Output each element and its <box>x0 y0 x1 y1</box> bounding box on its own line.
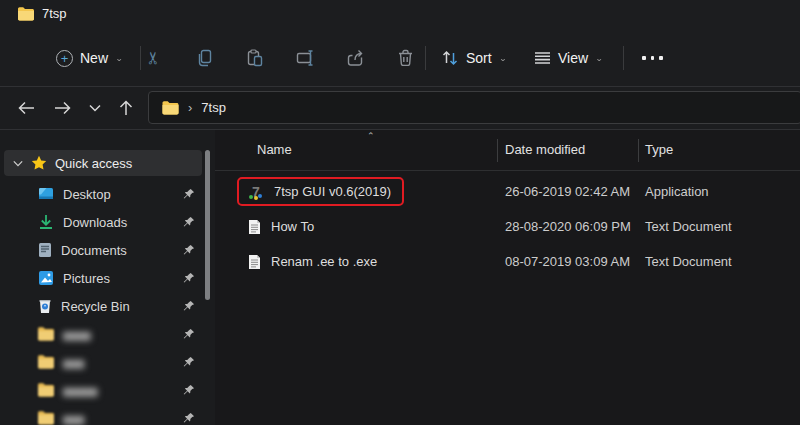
folder-icon <box>162 101 179 115</box>
text-document-icon <box>248 254 261 270</box>
see-more-button[interactable] <box>642 30 663 86</box>
new-button[interactable]: + New ⌄ <box>56 30 123 86</box>
sidebar-item-label: ▆▆▆▆ <box>63 329 90 340</box>
sidebar-item-pictures[interactable]: Pictures <box>0 264 215 292</box>
forward-icon <box>54 101 71 115</box>
cut-button[interactable]: ✂ <box>139 44 167 72</box>
view-icon <box>534 50 551 66</box>
sidebar-item-label: Pictures <box>63 271 110 286</box>
file-date-modified: 26-06-2019 02:42 AM <box>505 184 630 199</box>
sort-ascending-icon: ⌃ <box>367 131 375 141</box>
file-type: Text Document <box>645 254 732 269</box>
paste-icon <box>246 49 264 67</box>
navigation-bar: › 7tsp <box>0 87 800 129</box>
plus-icon: + <box>56 50 73 67</box>
recycle-bin-icon <box>38 298 52 314</box>
see-more-icon <box>642 56 663 60</box>
file-rows: 7 7tsp GUI v0.6(2019) 26-06-2019 02:42 A… <box>215 174 800 279</box>
column-divider[interactable] <box>638 139 639 162</box>
file-row-rename-exe[interactable]: Renam .ee to .exe 08-07-2019 03:09 AM Te… <box>215 244 800 279</box>
sidebar-item-folder-redacted[interactable]: ▆▆▆▆ <box>0 320 215 348</box>
quick-access-list: Desktop Downloads Documents Pictures Rec… <box>0 180 215 425</box>
file-name: Renam .ee to .exe <box>271 254 377 269</box>
sidebar-item-label: Recycle Bin <box>61 299 130 314</box>
column-header-name[interactable]: Name <box>257 142 292 157</box>
sidebar-item-label: ▆▆▆▆▆ <box>63 385 96 396</box>
pin-icon <box>183 188 195 200</box>
file-row-7tsp-gui[interactable]: 7 7tsp GUI v0.6(2019) 26-06-2019 02:42 A… <box>215 174 800 209</box>
chevron-down-icon: ⌄ <box>115 54 123 63</box>
sidebar-item-desktop[interactable]: Desktop <box>0 180 215 208</box>
column-headers: ⌃ Name Date modified Type <box>215 130 800 170</box>
copy-icon <box>196 49 214 67</box>
column-divider[interactable] <box>497 139 498 162</box>
sidebar-item-folder-redacted[interactable]: ▆▆▆▆▆ <box>0 376 215 404</box>
up-button[interactable] <box>110 92 142 124</box>
header-separator <box>215 170 800 171</box>
sidebar-item-label: Quick access <box>55 156 132 171</box>
folder-icon <box>38 355 54 369</box>
chevron-down-icon <box>89 104 101 112</box>
sidebar-item-label: Downloads <box>63 215 127 230</box>
chevron-down-icon: ⌄ <box>499 54 507 63</box>
file-list-pane: ⌃ Name Date modified Type 7 7tsp GUI v0.… <box>215 130 800 425</box>
documents-icon <box>38 242 52 258</box>
share-icon <box>346 49 364 67</box>
sidebar-scrollbar[interactable] <box>205 150 210 300</box>
desktop-icon <box>38 186 54 202</box>
recent-locations-button[interactable] <box>79 92 111 124</box>
breadcrumb-item[interactable]: 7tsp <box>201 100 226 115</box>
sidebar-item-label: Desktop <box>63 187 111 202</box>
sidebar-item-label: ▆▆▆ <box>63 357 83 368</box>
pin-icon <box>183 384 195 396</box>
share-button[interactable] <box>341 44 369 72</box>
sidebar-item-quick-access[interactable]: Quick access <box>4 150 202 176</box>
downloads-icon <box>38 214 54 230</box>
up-icon <box>119 100 133 116</box>
sidebar-item-label: ▆▆▆ <box>63 413 83 424</box>
folder-icon <box>38 383 54 397</box>
delete-button[interactable] <box>391 44 419 72</box>
pin-icon <box>183 356 195 368</box>
pin-icon <box>183 328 195 340</box>
sort-button-label: Sort <box>466 50 492 66</box>
sidebar-item-downloads[interactable]: Downloads <box>0 208 215 236</box>
folder-icon <box>38 327 54 341</box>
trash-icon <box>397 49 414 67</box>
star-icon <box>31 155 47 171</box>
file-name: How To <box>271 219 314 234</box>
sidebar-item-folder-redacted[interactable]: ▆▆▆ <box>0 404 215 425</box>
navigation-pane: Quick access Desktop Downloads Documents… <box>0 130 215 425</box>
pin-icon <box>183 272 195 284</box>
chevron-down-icon <box>13 160 23 167</box>
toolbar-divider <box>425 46 426 70</box>
sort-button[interactable]: Sort ⌄ <box>441 30 507 86</box>
forward-button[interactable] <box>46 92 78 124</box>
pin-icon <box>183 412 195 424</box>
sort-icon <box>441 49 459 67</box>
view-button[interactable]: View ⌄ <box>534 30 603 86</box>
back-button[interactable] <box>10 92 42 124</box>
new-button-label: New <box>80 50 108 66</box>
window-title: 7tsp <box>42 6 67 21</box>
rename-button[interactable] <box>291 44 319 72</box>
column-header-type[interactable]: Type <box>645 142 673 157</box>
file-name: 7tsp GUI v0.6(2019) <box>274 184 391 199</box>
column-header-date-modified[interactable]: Date modified <box>505 142 585 157</box>
folder-icon <box>38 411 54 425</box>
file-type: Application <box>645 184 709 199</box>
sidebar-item-folder-redacted[interactable]: ▆▆▆ <box>0 348 215 376</box>
file-row-how-to[interactable]: How To 28-08-2020 06:09 PM Text Document <box>215 209 800 244</box>
pin-icon <box>183 244 195 256</box>
window-tab[interactable]: 7tsp <box>18 6 67 21</box>
7tsp-app-icon: 7 <box>248 184 264 200</box>
pictures-icon <box>38 270 54 286</box>
chevron-down-icon: ⌄ <box>595 54 603 63</box>
address-bar[interactable]: › 7tsp <box>148 91 800 124</box>
copy-button[interactable] <box>191 44 219 72</box>
back-icon <box>18 101 35 115</box>
breadcrumb-chevron-icon: › <box>188 100 192 115</box>
paste-button[interactable] <box>241 44 269 72</box>
sidebar-item-recycle-bin[interactable]: Recycle Bin <box>0 292 215 320</box>
sidebar-item-documents[interactable]: Documents <box>0 236 215 264</box>
